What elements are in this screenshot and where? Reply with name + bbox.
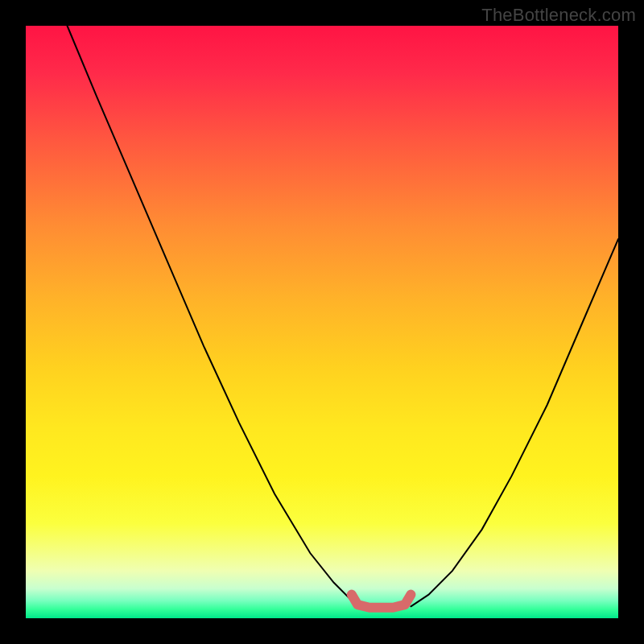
plot-area <box>26 26 618 618</box>
watermark-text: TheBottleneck.com <box>481 5 636 26</box>
right-curve-line <box>411 239 618 606</box>
trough-highlight-line <box>352 595 411 608</box>
left-curve-line <box>68 26 364 606</box>
curve-layer <box>26 26 618 618</box>
chart-frame: TheBottleneck.com <box>0 0 644 644</box>
